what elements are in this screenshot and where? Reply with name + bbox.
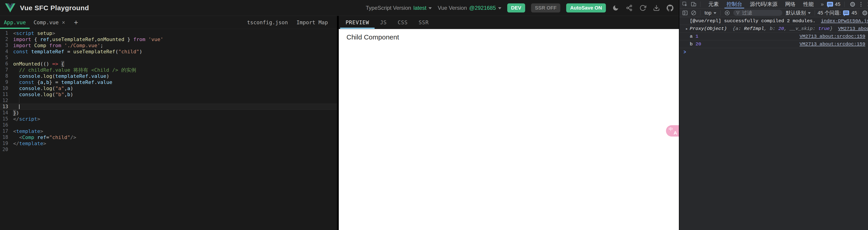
devtools-menu-button[interactable]	[859, 2, 863, 7]
devtools-close-button[interactable]	[866, 0, 868, 8]
code-line: 18 <Comp ref="child"/>	[0, 134, 337, 140]
console-message: ▶Proxy(Object) {a: RefImpl, b: 20, __v_s…	[679, 25, 868, 33]
expand-arrow-icon[interactable]: ▶	[686, 27, 688, 31]
line-number: 15	[0, 116, 13, 122]
code-token	[13, 135, 19, 140]
header-controls: TypeScript Version latest Vue Version @2…	[366, 3, 674, 12]
execution-context-select[interactable]: top	[703, 10, 718, 16]
dev-toggle-button[interactable]: DEV	[507, 3, 525, 12]
issues-count: 45	[851, 10, 857, 16]
code-token: }	[124, 36, 133, 42]
code-token: a	[67, 86, 70, 91]
theme-toggle-button[interactable]	[612, 4, 619, 12]
clear-console-button[interactable]	[690, 9, 698, 17]
code-editor[interactable]: 1<script setup>2import { ref,useTemplate…	[0, 29, 337, 230]
vue-version-select[interactable]: Vue Version @2921685	[438, 5, 501, 11]
code-token: {	[34, 79, 40, 85]
typescript-version-select[interactable]: TypeScript Version latest	[366, 5, 432, 11]
code-token: ref	[40, 36, 49, 42]
autosave-toggle-button[interactable]: AutoSave ON	[566, 3, 606, 12]
line-number: 2	[0, 36, 13, 42]
console-text: Proxy(Object)	[690, 26, 727, 31]
toolbar-separator	[815, 10, 815, 16]
github-button[interactable]	[666, 4, 674, 12]
vue-version-label: Vue Version	[438, 5, 467, 11]
code-line: 7 // childRef.value 将持有 <Child /> 的实例	[0, 67, 337, 73]
code-token: "b"	[55, 92, 64, 97]
line-number: 14	[0, 110, 13, 116]
share-button[interactable]	[625, 4, 633, 12]
device-toolbar-icon	[691, 1, 696, 7]
code-token: 'vue'	[145, 36, 163, 42]
devtools-tab-label: 元素	[708, 1, 719, 8]
code-token: )	[16, 110, 19, 116]
device-toolbar-button[interactable]	[690, 0, 698, 8]
code-token: ,	[49, 36, 52, 42]
code-token: =>	[52, 61, 58, 67]
file-tab-comp.vue[interactable]: Comp.vue×	[30, 16, 69, 29]
close-icon[interactable]: ×	[62, 19, 65, 26]
reload-button[interactable]	[639, 4, 647, 12]
issues-button[interactable]: 45	[827, 1, 840, 7]
code-token: console	[13, 92, 40, 97]
more-tabs-button[interactable]: »	[818, 1, 826, 7]
source-link[interactable]: VM2713 about:srcdoc:159	[794, 34, 865, 39]
translate-a-glyph: A	[674, 130, 677, 136]
output-tab-label: JS	[380, 20, 387, 25]
live-expression-button[interactable]	[723, 9, 731, 17]
ssr-toggle-button[interactable]: SSR OFF	[531, 3, 560, 12]
code-token: "child"	[118, 49, 140, 54]
code-token: ,	[94, 36, 97, 42]
output-tab-ssr[interactable]: SSR	[413, 16, 434, 29]
devtools-tab-4[interactable]: 性能	[799, 0, 817, 8]
console-message: b 20VM2713 about:srcdoc:159	[679, 40, 868, 48]
toolbar-separator	[858, 10, 858, 16]
console-prompt-row[interactable]: >	[679, 48, 868, 57]
code-line: 6onMounted(() => {	[0, 61, 337, 67]
line-tokens: <template>	[13, 128, 43, 134]
devtools-tab-1[interactable]: 控制台	[723, 0, 746, 8]
source-link[interactable]: VM2713 about:srcdoc:159	[833, 26, 868, 31]
inspect-element-button[interactable]	[681, 0, 689, 8]
output-tab-js[interactable]: JS	[375, 16, 392, 29]
source-link[interactable]: index-DPwSt50A.js:663	[816, 18, 868, 24]
devtools-tab-0[interactable]: 元素	[705, 0, 723, 8]
console-filter-input[interactable]	[742, 10, 780, 16]
code-token: const	[13, 49, 28, 54]
line-number: 4	[0, 49, 13, 55]
preview-panel: Child Component 中 A	[339, 29, 679, 230]
code-line: 4const templateRef = useTemplateRef("chi…	[0, 49, 337, 55]
devtools-settings-button[interactable]	[849, 0, 857, 8]
file-tab-app.vue[interactable]: App.vue	[0, 16, 30, 29]
console-sidebar-button[interactable]	[681, 9, 689, 17]
download-button[interactable]	[653, 4, 660, 12]
code-token: >	[37, 116, 40, 122]
output-tab-css[interactable]: CSS	[392, 16, 413, 29]
console-issues[interactable]: 45 个问题: 45	[818, 9, 857, 16]
output-tab-preview[interactable]: PREVIEW	[340, 16, 375, 29]
translate-button[interactable]: 中 A	[666, 125, 679, 137]
code-line: 11 console.log("b",b)	[0, 91, 337, 97]
tabbar-link[interactable]: tsconfig.json	[247, 20, 288, 25]
console-settings-button[interactable]	[861, 9, 868, 17]
add-file-button[interactable]: +	[69, 16, 83, 29]
file-tab-label: Comp.vue	[34, 20, 59, 25]
devtools-tab-2[interactable]: 源代码/来源	[746, 0, 781, 8]
log-levels-label: 默认级别	[786, 9, 806, 16]
refresh-icon	[640, 4, 646, 11]
toolbar-separator	[844, 2, 845, 7]
toolbar-separator	[700, 2, 701, 7]
chevron-down-icon	[808, 12, 811, 14]
typescript-version-value: latest	[413, 5, 426, 11]
tabbar-link[interactable]: Import Map	[297, 20, 328, 25]
console-text: [@vue/repl] successfully compiled 2 modu…	[690, 18, 816, 24]
split-divider[interactable]	[337, 16, 339, 230]
devtools-panel: 元素控制台源代码/来源网络性能 » 45	[679, 0, 868, 230]
output-tabbar: PREVIEWJSCSSSSR	[339, 16, 679, 29]
source-link[interactable]: VM2713 about:srcdoc:159	[794, 41, 865, 47]
log-levels-select[interactable]: 默认级别	[784, 9, 812, 16]
devtools-tab-3[interactable]: 网络	[781, 0, 799, 8]
gear-icon	[862, 10, 868, 16]
code-line: 15</script>	[0, 116, 337, 122]
eye-icon	[724, 10, 730, 16]
